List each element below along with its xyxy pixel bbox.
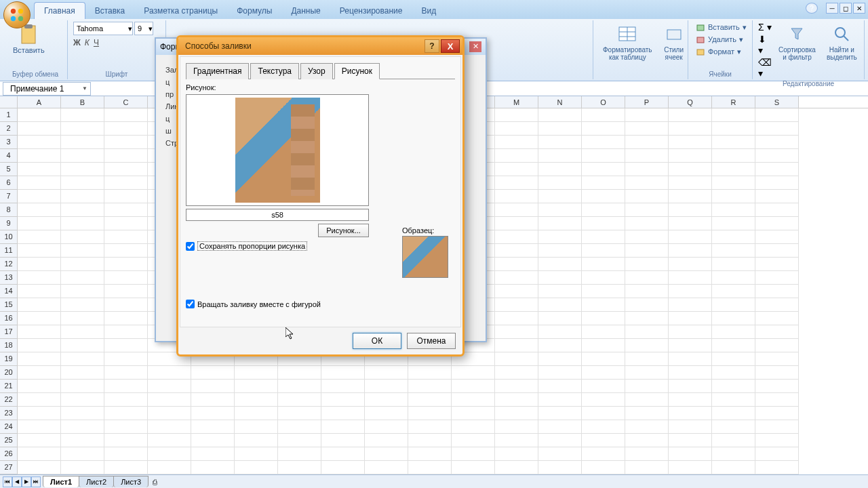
row-header[interactable]: 10 bbox=[0, 230, 18, 244]
cell[interactable] bbox=[538, 312, 582, 325]
cell[interactable] bbox=[18, 298, 61, 312]
tab-insert[interactable]: Вставка bbox=[85, 3, 135, 19]
cell[interactable] bbox=[538, 203, 582, 217]
cell[interactable] bbox=[712, 420, 755, 434]
cell[interactable] bbox=[321, 407, 365, 420]
cell[interactable] bbox=[61, 176, 104, 190]
cell[interactable] bbox=[104, 122, 148, 136]
cell[interactable] bbox=[625, 122, 669, 136]
cell[interactable] bbox=[61, 190, 104, 203]
cell[interactable] bbox=[669, 312, 712, 325]
cell[interactable] bbox=[18, 380, 61, 393]
cell[interactable] bbox=[712, 366, 755, 380]
cell[interactable] bbox=[669, 298, 712, 312]
cell[interactable] bbox=[18, 339, 61, 352]
row-header[interactable]: 13 bbox=[0, 271, 18, 285]
cell[interactable] bbox=[365, 407, 408, 420]
cell[interactable] bbox=[538, 298, 582, 312]
cell[interactable] bbox=[582, 203, 625, 217]
cell[interactable] bbox=[18, 461, 61, 474]
cell[interactable] bbox=[452, 447, 495, 461]
rotate-fill-checkbox[interactable] bbox=[186, 300, 195, 308]
cell[interactable] bbox=[321, 420, 365, 434]
cell[interactable] bbox=[582, 447, 625, 461]
cell[interactable] bbox=[18, 434, 61, 447]
cell[interactable] bbox=[321, 461, 365, 474]
cell[interactable] bbox=[61, 352, 104, 366]
cell[interactable] bbox=[191, 461, 235, 474]
cell[interactable] bbox=[148, 447, 191, 461]
cell[interactable] bbox=[755, 122, 799, 136]
cell[interactable] bbox=[104, 352, 148, 366]
sheet-tab-2[interactable]: Лист2 bbox=[79, 476, 114, 487]
cell[interactable] bbox=[712, 203, 755, 217]
cell[interactable] bbox=[582, 312, 625, 325]
cell[interactable] bbox=[625, 285, 669, 298]
cell[interactable] bbox=[755, 298, 799, 312]
chevron-down-icon[interactable]: ▼ bbox=[82, 85, 87, 92]
cell[interactable] bbox=[669, 339, 712, 352]
cell[interactable] bbox=[104, 176, 148, 190]
cell[interactable] bbox=[235, 393, 278, 407]
sheet-nav-prev[interactable]: ◀ bbox=[12, 476, 22, 487]
bold-button[interactable]: Ж bbox=[73, 38, 81, 47]
cell[interactable] bbox=[495, 407, 538, 420]
cell[interactable] bbox=[582, 122, 625, 136]
cell[interactable] bbox=[148, 461, 191, 474]
cell[interactable] bbox=[61, 312, 104, 325]
underline-button[interactable]: Ч bbox=[94, 38, 99, 47]
cell[interactable] bbox=[538, 217, 582, 230]
format-as-table[interactable]: Форматировать как таблицу bbox=[599, 22, 656, 62]
cell[interactable] bbox=[278, 420, 321, 434]
font-name-combo[interactable]: ▾ bbox=[73, 22, 133, 35]
cell[interactable] bbox=[712, 136, 755, 149]
sort-filter[interactable]: Сортировка и фильтр bbox=[774, 22, 820, 62]
cell[interactable] bbox=[755, 108, 799, 122]
cell[interactable] bbox=[452, 393, 495, 407]
sheet-nav-first[interactable]: ⏮ bbox=[3, 476, 12, 487]
cell[interactable] bbox=[495, 163, 538, 176]
cell[interactable] bbox=[625, 447, 669, 461]
cell[interactable] bbox=[669, 285, 712, 298]
cell[interactable] bbox=[104, 108, 148, 122]
cell[interactable] bbox=[235, 434, 278, 447]
row-header[interactable]: 18 bbox=[0, 339, 18, 352]
cell[interactable] bbox=[625, 352, 669, 366]
cell[interactable] bbox=[18, 149, 61, 163]
cell[interactable] bbox=[495, 136, 538, 149]
cell[interactable] bbox=[321, 380, 365, 393]
cell[interactable] bbox=[582, 380, 625, 393]
cell[interactable] bbox=[538, 244, 582, 258]
row-header[interactable]: 25 bbox=[0, 434, 18, 447]
cell[interactable] bbox=[18, 366, 61, 380]
cell[interactable] bbox=[712, 271, 755, 285]
cell[interactable] bbox=[18, 352, 61, 366]
cell[interactable] bbox=[104, 434, 148, 447]
cell[interactable] bbox=[712, 230, 755, 244]
cell[interactable] bbox=[538, 149, 582, 163]
cell[interactable] bbox=[712, 434, 755, 447]
cell[interactable] bbox=[582, 325, 625, 339]
cell[interactable] bbox=[61, 258, 104, 271]
insert-cells[interactable]: Вставить ▾ bbox=[694, 22, 749, 33]
cell[interactable] bbox=[538, 434, 582, 447]
cell[interactable] bbox=[18, 393, 61, 407]
cell[interactable] bbox=[18, 136, 61, 149]
cancel-button[interactable]: Отмена bbox=[407, 333, 456, 349]
cell[interactable] bbox=[538, 271, 582, 285]
cell[interactable] bbox=[755, 203, 799, 217]
cell[interactable] bbox=[712, 407, 755, 420]
cell[interactable] bbox=[669, 163, 712, 176]
select-all-corner[interactable] bbox=[0, 96, 18, 108]
cell[interactable] bbox=[538, 285, 582, 298]
cell[interactable] bbox=[625, 420, 669, 434]
cell[interactable] bbox=[538, 461, 582, 474]
cell[interactable] bbox=[191, 380, 235, 393]
row-header[interactable]: 15 bbox=[0, 298, 18, 312]
cell[interactable] bbox=[495, 217, 538, 230]
cell[interactable] bbox=[18, 203, 61, 217]
column-header[interactable]: N bbox=[538, 96, 582, 108]
cell[interactable] bbox=[669, 407, 712, 420]
column-header[interactable]: B bbox=[61, 96, 104, 108]
cell[interactable] bbox=[61, 366, 104, 380]
